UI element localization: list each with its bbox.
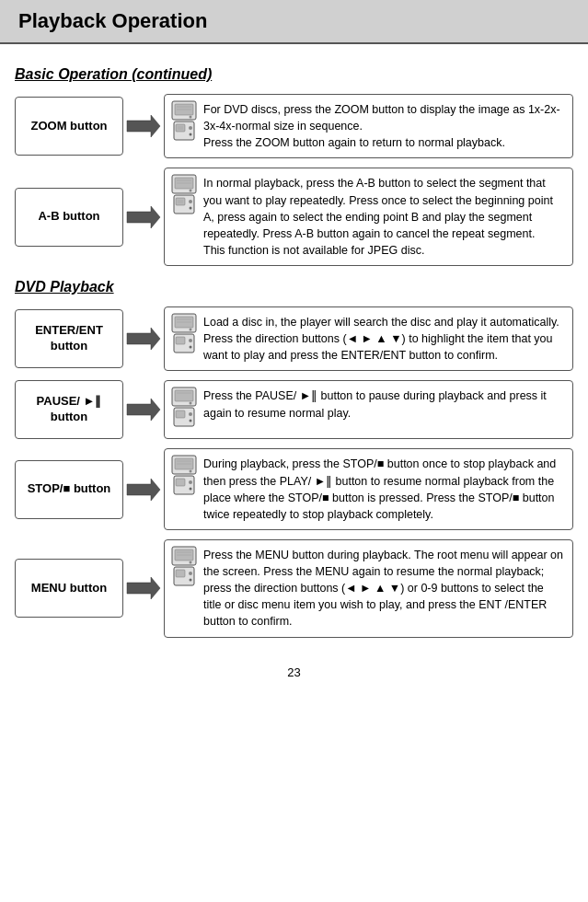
enter-label: ENTER/ENT button bbox=[15, 309, 123, 368]
svg-rect-36 bbox=[175, 390, 193, 401]
svg-rect-40 bbox=[176, 411, 185, 418]
pause-arrow bbox=[123, 397, 164, 422]
menu-label: MENU button bbox=[15, 559, 123, 618]
svg-marker-43 bbox=[127, 479, 160, 501]
section-dvd-title: DVD Playback bbox=[15, 279, 573, 295]
ab-row: A-B button bbox=[15, 168, 573, 266]
device-icon-enter bbox=[170, 313, 198, 360]
stop-label: STOP/■ button bbox=[15, 460, 123, 519]
svg-rect-60 bbox=[176, 570, 185, 577]
stop-arrow bbox=[123, 477, 164, 503]
device-icon-stop bbox=[170, 455, 198, 502]
svg-marker-24 bbox=[127, 328, 160, 350]
ab-label: A-B button bbox=[15, 188, 123, 247]
stop-row: STOP/■ button During pla bbox=[15, 448, 573, 530]
ab-desc: In normal playback, press the A-B button… bbox=[164, 168, 573, 266]
svg-point-20 bbox=[189, 200, 192, 203]
svg-point-33 bbox=[190, 346, 192, 349]
svg-point-29 bbox=[190, 329, 192, 331]
svg-point-21 bbox=[190, 207, 192, 210]
svg-marker-12 bbox=[127, 206, 160, 228]
page-number: 23 bbox=[0, 656, 588, 685]
svg-point-62 bbox=[190, 578, 192, 581]
device-icon-menu bbox=[170, 546, 198, 593]
enter-description: Load a disc in, the player will search t… bbox=[203, 316, 559, 362]
menu-arrow bbox=[123, 575, 164, 601]
svg-point-52 bbox=[190, 488, 192, 491]
section-basic-title: Basic Operation (continued) bbox=[15, 66, 573, 83]
enter-row: ENTER/ENT button Load a d bbox=[15, 306, 573, 371]
menu-description: Press the MENU button during playback. T… bbox=[203, 549, 563, 629]
svg-point-48 bbox=[190, 470, 192, 473]
enter-desc: Load a disc in, the player will search t… bbox=[164, 306, 573, 371]
svg-point-38 bbox=[190, 402, 192, 405]
svg-marker-34 bbox=[127, 399, 160, 421]
svg-rect-7 bbox=[176, 124, 185, 132]
device-icon-pause bbox=[170, 387, 198, 434]
zoom-row: ZOOM button bbox=[15, 94, 573, 158]
stop-description: During playback, press the STOP/■ button… bbox=[203, 457, 556, 520]
svg-point-8 bbox=[189, 126, 192, 130]
svg-point-41 bbox=[189, 412, 192, 416]
svg-marker-0 bbox=[127, 115, 160, 137]
svg-rect-31 bbox=[176, 337, 185, 344]
zoom-label: ZOOM button bbox=[15, 97, 123, 156]
svg-point-58 bbox=[190, 561, 192, 563]
svg-point-51 bbox=[189, 480, 192, 484]
svg-marker-53 bbox=[127, 577, 160, 599]
svg-point-5 bbox=[190, 116, 192, 119]
stop-desc: During playback, press the STOP/■ button… bbox=[164, 448, 573, 530]
zoom-desc: For DVD discs, press the ZOOM button to … bbox=[164, 94, 573, 158]
device-icon-zoom bbox=[170, 100, 198, 147]
enter-arrow bbox=[123, 326, 164, 352]
page-title: Playback Operation bbox=[18, 9, 570, 33]
menu-row: MENU button Press the MEN bbox=[15, 539, 573, 638]
ab-arrow bbox=[123, 204, 164, 230]
page-content: Basic Operation (continued) ZOOM button bbox=[0, 44, 588, 656]
pause-desc: Press the PAUSE/ ►‖ button to pause duri… bbox=[164, 380, 573, 439]
zoom-arrow bbox=[123, 113, 164, 139]
svg-point-42 bbox=[190, 420, 192, 422]
page-header: Playback Operation bbox=[0, 0, 588, 44]
svg-point-32 bbox=[189, 339, 192, 342]
svg-rect-19 bbox=[176, 198, 185, 205]
svg-point-9 bbox=[190, 133, 192, 136]
zoom-description: For DVD discs, press the ZOOM button to … bbox=[203, 103, 560, 149]
svg-point-17 bbox=[190, 190, 192, 192]
device-icon-ab bbox=[170, 174, 198, 221]
pause-label: PAUSE/ ►‖button bbox=[15, 380, 123, 439]
menu-desc: Press the MENU button during playback. T… bbox=[164, 539, 573, 638]
svg-rect-50 bbox=[176, 479, 185, 486]
pause-description: Press the PAUSE/ ►‖ button to pause duri… bbox=[203, 389, 547, 419]
svg-point-61 bbox=[189, 572, 192, 575]
ab-description: In normal playback, press the A-B button… bbox=[203, 177, 553, 257]
pause-row: PAUSE/ ►‖button Press the PAUSE/ ►‖ bbox=[15, 380, 573, 439]
